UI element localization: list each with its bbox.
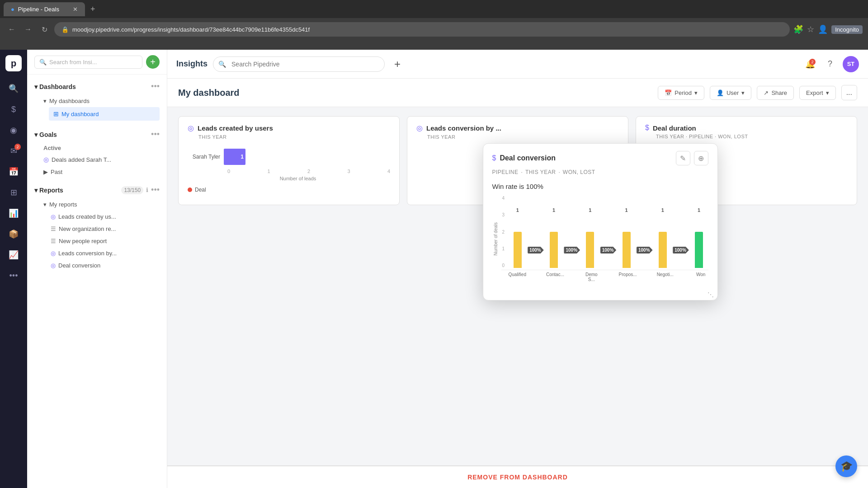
overlay-edit-btn[interactable]: ✎ [676, 151, 690, 165]
conversion-badge-1: 100% [528, 247, 544, 253]
x-spacer-3 [600, 270, 618, 282]
stage-contacted-count: 1 [552, 207, 555, 213]
refresh-btn[interactable]: ↻ [38, 23, 51, 36]
overlay-move-btn[interactable]: ⊕ [694, 151, 708, 165]
sidebar-nav-grid[interactable]: ⊞ [5, 183, 23, 202]
conversion-badge-4: 100% [637, 247, 653, 253]
reports-title: Reports [39, 187, 63, 194]
arrow-proposal: 100% [637, 247, 653, 268]
export-button[interactable]: Export ▾ [799, 86, 836, 100]
dashboards-chevron: ▾ [34, 83, 38, 90]
my-reports-label: My reports [49, 201, 77, 208]
stage-proposal-bars [623, 214, 631, 268]
chat-icon: 🎓 [840, 460, 853, 472]
leads-created-title: Leads created by users [198, 124, 273, 132]
goals-more-icon[interactable]: ••• [151, 130, 160, 139]
sidebar-nav-insights[interactable]: 📊 [5, 204, 23, 222]
reports-chevron: ▾ [34, 187, 38, 194]
x-label-3: 3 [347, 169, 350, 174]
sidebar-nav-activity[interactable]: ◉ [5, 121, 23, 139]
meta-status: WON, LOST [563, 169, 595, 175]
notifications-icon[interactable]: 🔔 2 [803, 57, 817, 71]
user-chevron: ▾ [741, 89, 745, 96]
stage-contacted: 1 [545, 207, 563, 268]
user-icon: 👤 [717, 89, 724, 96]
dashboards-more-icon[interactable]: ••• [151, 82, 160, 91]
tab-close-btn[interactable]: ✕ [73, 6, 78, 13]
sidebar-nav-chart[interactable]: 📈 [5, 246, 23, 264]
reports-more-icon[interactable]: ••• [151, 185, 160, 195]
report-label-leads-created: Leads created by us... [58, 213, 116, 220]
arrow-negotiation: 100% [673, 247, 689, 268]
report-item-deal-conversion[interactable]: ◎ Deal conversion [47, 259, 160, 272]
bookmark-star-icon[interactable]: ☆ [807, 24, 814, 34]
stage-won-bars [695, 214, 703, 268]
sidebar-nav-inbox[interactable]: ✉ 2 [5, 142, 23, 160]
win-rate-text: Win rate is 100% [483, 179, 717, 196]
reports-count: 13/150 [121, 186, 143, 194]
resize-icon: ⋱ [708, 291, 714, 298]
stage-negotiation: 1 [654, 207, 672, 268]
deals-added-item[interactable]: ◎ Deals added Sarah T... [40, 153, 160, 166]
global-search-icon: 🔍 [218, 61, 226, 68]
stage-won-count: 1 [698, 207, 700, 213]
extensions-icon[interactable]: 🧩 [793, 24, 803, 34]
sidebar-nav-more[interactable]: ••• [5, 267, 23, 285]
sidebar-nav-search[interactable]: 🔍 [5, 80, 23, 98]
stage-won-bar [695, 232, 703, 268]
report-item-leads-created[interactable]: ◎ Leads created by us... [47, 211, 160, 223]
sidebar-nav-calendar[interactable]: 📅 [5, 163, 23, 181]
report-item-new-people[interactable]: ☰ New people report [47, 235, 160, 247]
reports-info-icon[interactable]: ℹ [146, 187, 148, 193]
user-avatar[interactable]: ST [843, 56, 859, 72]
more-options-button[interactable]: ... [841, 85, 857, 100]
remove-from-dashboard-btn[interactable]: REMOVE FROM DASHBOARD [467, 474, 568, 481]
period-button[interactable]: 📅 Period ▾ [658, 86, 704, 100]
dashboards-section-header[interactable]: ▾ Dashboards ••• [34, 78, 160, 95]
add-global-button[interactable]: + [390, 57, 405, 71]
leads-conversion-icon: ◎ [416, 124, 423, 132]
goals-chevron: ▾ [34, 131, 38, 138]
my-dashboard-active-item[interactable]: ⊞ My dashboard [49, 107, 160, 121]
share-button[interactable]: ↗ Share [757, 86, 794, 100]
sidebar-nav-deals[interactable]: $ [5, 100, 23, 118]
sidebar-search-input[interactable]: 🔍 Search from Insi... [34, 56, 142, 69]
share-label: Share [771, 89, 787, 96]
arrow-demo: 100% [600, 247, 617, 268]
sidebar-nav-box[interactable]: 📦 [5, 225, 23, 243]
chat-button[interactable]: 🎓 [835, 455, 857, 477]
remove-from-dashboard-bar: REMOVE FROM DASHBOARD [167, 465, 868, 488]
my-reports-item[interactable]: ▾ My reports [40, 198, 160, 211]
leads-created-subtitle: THIS YEAR [198, 134, 390, 140]
forward-btn[interactable]: → [22, 23, 34, 36]
sidebar-add-button[interactable]: + [146, 55, 160, 69]
past-item[interactable]: ▶ Past [40, 166, 160, 178]
back-btn[interactable]: ← [5, 23, 18, 36]
new-tab-button[interactable]: + [87, 3, 99, 16]
x-label-1: 1 [267, 169, 270, 174]
goals-title: Goals [39, 131, 57, 138]
funnel-x-labels: Qualified Contac... Demo S... Propos... … [501, 270, 708, 282]
stage-proposal: 1 [617, 207, 636, 268]
help-icon[interactable]: ? [823, 57, 837, 71]
url-text: moodjoy.pipedrive.com/progress/insights/… [72, 26, 310, 33]
report-item-leads-conversion[interactable]: ◎ Leads conversion by... [47, 247, 160, 259]
browser-tab[interactable]: ● Pipeline - Deals ✕ [4, 2, 85, 16]
address-bar[interactable]: 🔒 moodjoy.pipedrive.com/progress/insight… [54, 22, 790, 37]
profile-icon[interactable]: 👤 [818, 24, 828, 34]
stage-contacted-bar [550, 232, 558, 268]
stage-demo-bars [586, 214, 594, 268]
my-dashboards-item[interactable]: ▾ My dashboards [40, 95, 160, 107]
report-item-new-org[interactable]: ☰ New organization re... [47, 223, 160, 235]
export-chevron: ▾ [826, 89, 829, 96]
y-label-3: 3 [502, 212, 508, 217]
report-label-leads-conversion: Leads conversion by... [58, 250, 117, 257]
reports-section-header[interactable]: ▾ Reports 13/150 ℹ ••• [34, 182, 160, 198]
global-search-input[interactable] [213, 56, 385, 72]
user-filter-button[interactable]: 👤 User ▾ [710, 86, 751, 100]
stage-contacted-bars [550, 214, 558, 268]
resize-handle[interactable]: ⋱ [483, 289, 717, 300]
goals-section-header[interactable]: ▾ Goals ••• [34, 126, 160, 143]
incognito-label[interactable]: Incognito [831, 25, 863, 34]
x-spacer-1 [527, 270, 545, 282]
